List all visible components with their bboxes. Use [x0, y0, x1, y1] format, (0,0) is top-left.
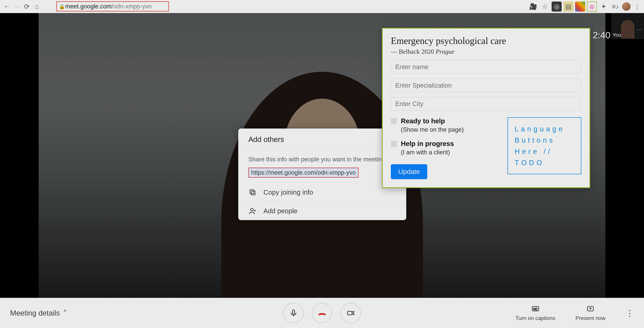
name-input[interactable] — [391, 60, 581, 74]
extensions-puzzle-icon[interactable]: ✦ — [599, 1, 609, 11]
meeting-details-button[interactable]: Meeting details ˄ — [10, 309, 67, 317]
extension-popup: Emergency psychological care — Belhack 2… — [382, 28, 590, 188]
help-in-progress-label: Help in progress — [401, 140, 454, 148]
update-button[interactable]: Update — [391, 164, 427, 179]
ext-title: Emergency psychological care — [391, 35, 581, 46]
right-actions: CC Turn on captions Present now ⋮ — [516, 305, 634, 321]
self-view-menu-icon[interactable]: ⋯ — [636, 26, 643, 33]
nav-back-button[interactable]: ← — [2, 1, 12, 11]
copy-icon — [248, 188, 257, 196]
extensions-tray: 🎥 ☆ ◎ ▤ ◎ ✦ ≡♪ ⋮ — [528, 1, 642, 11]
extension-1-icon[interactable]: ◎ — [552, 1, 562, 11]
turn-on-captions-button[interactable]: CC Turn on captions — [516, 305, 555, 321]
present-now-button[interactable]: Present now — [576, 305, 605, 321]
present-icon — [586, 305, 594, 314]
camera-toggle-button[interactable] — [340, 303, 361, 323]
svg-rect-1 — [250, 190, 254, 194]
clock: 2:40 — [593, 30, 610, 40]
lang-line-3: Here // TODO — [515, 146, 574, 168]
more-options-button[interactable]: ⋮ — [626, 308, 634, 318]
captions-label: Turn on captions — [516, 315, 555, 321]
ext-subtitle: — Belhack 2020 Prague — [391, 48, 581, 55]
playlist-icon[interactable]: ≡♪ — [610, 1, 620, 11]
profile-avatar[interactable] — [622, 2, 630, 11]
help-in-progress-checkbox[interactable]: Help in progress (I am with a client) — [391, 140, 501, 156]
add-people-button[interactable]: Add people — [238, 202, 406, 220]
camera-icon[interactable]: 🎥 — [528, 1, 538, 11]
language-buttons-placeholder: Language Buttons Here // TODO — [508, 117, 581, 174]
nav-reload-button[interactable]: ⟳ — [22, 1, 32, 11]
checkbox-icon — [391, 141, 397, 147]
svg-rect-4 — [348, 311, 352, 315]
nav-forward-button[interactable]: → — [12, 1, 22, 11]
city-input[interactable] — [391, 97, 581, 111]
meet-bottom-bar: Meeting details ˄ CC Turn on captions Pr… — [0, 298, 644, 328]
share-instruction-text: Share this info with people you want in … — [248, 156, 396, 163]
nav-home-button[interactable]: ⌂ — [32, 1, 42, 11]
extension-3-icon[interactable] — [575, 1, 585, 11]
svg-rect-3 — [292, 310, 294, 314]
hangup-button[interactable] — [312, 303, 332, 323]
ready-to-help-checkbox[interactable]: Ready to help (Show me on the page) — [391, 117, 501, 133]
mute-mic-button[interactable] — [284, 303, 304, 323]
self-view-label: You — [612, 32, 621, 38]
add-people-label: Add people — [264, 207, 298, 215]
ext-subtitle-prefix: — Belhack 2020 — [391, 48, 436, 55]
self-view-silhouette — [621, 20, 634, 38]
self-view-tile[interactable]: You ⋯ — [611, 13, 644, 39]
active-extension-icon[interactable]: ◎ — [587, 1, 597, 11]
lock-icon: 🔒 — [59, 3, 65, 9]
present-label: Present now — [576, 315, 605, 321]
copy-label: Copy joining info — [264, 188, 313, 196]
checkbox-icon — [391, 118, 397, 124]
address-bar[interactable]: 🔒 meet.google.com/odn-xmpp-yvo — [56, 1, 169, 11]
lang-line-1: Language — [515, 123, 574, 135]
add-others-dialog: Add others Share this info with people y… — [238, 129, 406, 220]
meet-stage: 2:40 Add others Share this info with peo… — [0, 13, 644, 298]
url-host: meet.google.com — [65, 3, 112, 10]
call-controls — [284, 303, 361, 323]
extension-2-icon[interactable]: ▤ — [563, 1, 574, 11]
svg-text:CC: CC — [533, 307, 537, 311]
url-path: /odn-xmpp-yvo — [112, 3, 152, 10]
copy-joining-info-button[interactable]: Copy joining info — [238, 183, 406, 201]
ready-to-help-label: Ready to help — [401, 117, 464, 125]
svg-point-2 — [251, 208, 253, 211]
help-in-progress-sublabel: (I am with a client) — [401, 149, 454, 156]
lang-line-2: Buttons — [515, 135, 574, 146]
add-others-title: Add others — [248, 135, 396, 144]
svg-rect-0 — [251, 191, 255, 195]
browser-chrome-bar: ← → ⟳ ⌂ 🔒 meet.google.com/odn-xmpp-yvo 🎥… — [0, 0, 644, 13]
add-person-icon — [248, 207, 257, 215]
chevron-up-icon: ˄ — [63, 309, 67, 317]
meeting-url-text[interactable]: https://meet.google.com/odn-xmpp-yvo — [248, 167, 358, 178]
ext-subtitle-em: Prague — [436, 48, 454, 55]
specialization-input[interactable] — [391, 79, 581, 92]
ready-to-help-sublabel: (Show me on the page) — [401, 126, 464, 133]
meeting-details-label: Meeting details — [10, 309, 60, 317]
captions-icon: CC — [532, 305, 539, 314]
bookmark-star-icon[interactable]: ☆ — [540, 1, 550, 11]
chrome-menu-icon[interactable]: ⋮ — [632, 1, 642, 11]
